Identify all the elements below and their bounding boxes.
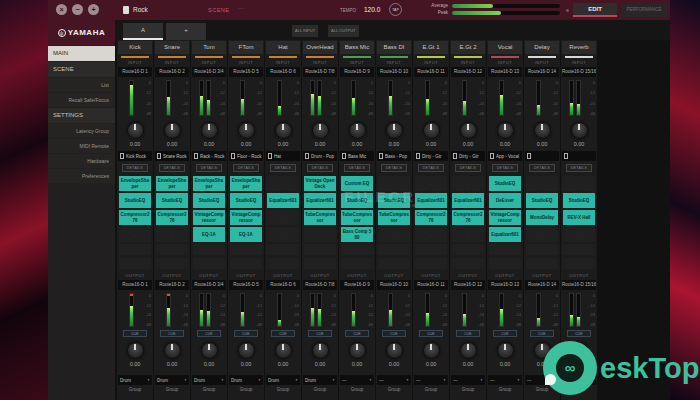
cue-button[interactable]: CUE [493, 330, 517, 337]
cue-button[interactable]: CUE [419, 330, 443, 337]
fx-slot-empty[interactable]: - [267, 210, 299, 225]
output-knob[interactable] [164, 342, 181, 359]
group-dropdown[interactable]: Drum▼ [229, 375, 263, 385]
details-button[interactable]: DETAILS [455, 164, 481, 172]
output-knob[interactable] [386, 342, 403, 359]
fx-slot-empty[interactable]: - [378, 227, 410, 242]
sidebar-item-latency-group[interactable]: Latency Group [48, 124, 115, 138]
fx-slot-vintagecompressor[interactable]: VintageCompressor [489, 210, 521, 225]
output-knob[interactable] [201, 342, 218, 359]
fx-slot-equalizer601[interactable]: Equalizer601 [267, 193, 299, 208]
fx-slot-tubecompressor[interactable]: TubeCompressor [378, 210, 410, 225]
sidebar-item-hardware[interactable]: Hardware [48, 154, 115, 168]
group-dropdown[interactable]: ---▼ [377, 375, 411, 385]
gain-knob[interactable] [164, 122, 181, 139]
preset-selector[interactable]: Drum - Pop [303, 151, 337, 161]
fx-slot-empty[interactable]: - [267, 244, 299, 255]
fx-slot-tubecompressor[interactable]: TubeCompressor [304, 210, 336, 225]
output-route[interactable]: Route16-D 6 [266, 280, 300, 290]
output-route[interactable]: Route16-D 1 [118, 280, 152, 290]
cue-button[interactable]: CUE [345, 330, 369, 337]
details-button[interactable]: DETAILS [344, 164, 370, 172]
preset-selector[interactable]: Kick Rock [118, 151, 152, 161]
fx-slot-envelopeshaper[interactable]: EnvelopeShaper [193, 176, 225, 191]
gain-knob[interactable] [386, 122, 403, 139]
channel-name[interactable]: E.Gt 1 [414, 41, 448, 54]
group-dropdown[interactable]: Drum▼ [155, 375, 189, 385]
fx-slot-empty[interactable]: - [267, 227, 299, 242]
preset-selector[interactable]: Dirty - Gtr [451, 151, 485, 161]
all-input-button[interactable]: ALL INPUT [292, 25, 318, 37]
output-route[interactable]: Route16-D 7/8 [303, 280, 337, 290]
window-minimize-button[interactable]: − [72, 4, 83, 15]
performance-tab[interactable]: PERFORMANCE [621, 3, 667, 17]
sidebar-item-main[interactable]: MAIN [48, 46, 115, 61]
input-route[interactable]: Route16-D 5 [229, 67, 263, 77]
details-button[interactable]: DETAILS [122, 164, 148, 172]
fx-slot-deesser[interactable]: DeEsser [489, 193, 521, 208]
edit-tab[interactable]: EDIT [573, 3, 617, 17]
gain-knob[interactable] [349, 122, 366, 139]
fx-slot-studioeq[interactable]: StudioEQ [563, 193, 595, 208]
sidebar-item-preferences[interactable]: Preferences [48, 169, 115, 183]
fx-slot-envelopeshaper[interactable]: EnvelopeShaper [156, 176, 188, 191]
input-route[interactable]: Route16-D 1 [118, 67, 152, 77]
output-knob[interactable] [460, 342, 477, 359]
group-dropdown[interactable]: ---▼ [340, 375, 374, 385]
fx-slot-empty[interactable]: - [415, 244, 447, 255]
fx-slot-empty[interactable]: - [452, 176, 484, 191]
fx-slot-empty[interactable]: - [378, 244, 410, 255]
fx-slot-studioeq[interactable]: StudioEQ [230, 193, 262, 208]
fx-slot-empty[interactable]: - [193, 258, 225, 269]
details-button[interactable]: DETAILS [529, 164, 555, 172]
fx-slot-empty[interactable]: - [156, 244, 188, 255]
output-knob[interactable] [127, 342, 144, 359]
fx-slot-empty[interactable]: - [526, 176, 558, 191]
fx-slot-envelopeshaper[interactable]: EnvelopeShaper [119, 176, 151, 191]
output-route[interactable]: Route16-D 10 [377, 280, 411, 290]
output-route[interactable]: Route16-D 9 [340, 280, 374, 290]
fx-slot-compressor276[interactable]: Compressor276 [156, 210, 188, 225]
output-route[interactable]: Route16-D 2 [155, 280, 189, 290]
fx-slot-studioeq[interactable]: StudioEQ [489, 176, 521, 191]
tap-button[interactable]: TAP [389, 3, 402, 16]
channel-name[interactable]: FTom [229, 41, 263, 54]
gain-knob[interactable] [312, 122, 329, 139]
cue-button[interactable]: CUE [271, 330, 295, 337]
group-dropdown[interactable]: Drum▼ [192, 375, 226, 385]
sidebar-item-settings[interactable]: SETTINGS [48, 108, 115, 123]
fx-slot-empty[interactable]: - [341, 258, 373, 269]
fx-slot-empty[interactable]: - [378, 258, 410, 269]
fx-slot-tubecompressor[interactable]: TubeCompressor [341, 210, 373, 225]
input-route[interactable]: Route16-D 15/16 [562, 67, 596, 77]
cue-button[interactable]: CUE [197, 330, 221, 337]
fx-slot-studioeq[interactable]: StudioEQ [526, 193, 558, 208]
channel-name[interactable]: OverHead [303, 41, 337, 54]
channel-name[interactable]: Kick [118, 41, 152, 54]
output-route[interactable]: Route16-D 14 [525, 280, 559, 290]
gain-knob[interactable] [423, 122, 440, 139]
fx-slot-rev-x-hall[interactable]: REV-X Hall [563, 210, 595, 225]
output-route[interactable]: Route16-D 3/4 [192, 280, 226, 290]
output-route[interactable]: Route16-D 12 [451, 280, 485, 290]
fx-slot-empty[interactable]: - [452, 258, 484, 269]
group-dropdown[interactable]: Drum▼ [303, 375, 337, 385]
output-route[interactable]: Route16-D 13 [488, 280, 522, 290]
input-route[interactable]: Route16-D 12 [451, 67, 485, 77]
group-dropdown[interactable]: ---▼ [414, 375, 448, 385]
gain-knob[interactable] [534, 122, 551, 139]
preset-selector[interactable]: Hat [266, 151, 300, 161]
channel-name[interactable]: Bass DI [377, 41, 411, 54]
output-knob[interactable] [312, 342, 329, 359]
details-button[interactable]: DETAILS [307, 164, 333, 172]
fx-slot-empty[interactable]: - [526, 258, 558, 269]
input-route[interactable]: Route16-D 13 [488, 67, 522, 77]
fx-slot-compressor276[interactable]: Compressor276 [452, 210, 484, 225]
fx-slot-empty[interactable]: - [489, 258, 521, 269]
sidebar-item-list[interactable]: List [48, 78, 115, 92]
scene-tab-a[interactable]: A [123, 23, 163, 40]
fx-slot-empty[interactable]: - [304, 258, 336, 269]
input-route[interactable]: Route16-D 7/8 [303, 67, 337, 77]
fx-slot-empty[interactable]: - [119, 258, 151, 269]
details-button[interactable]: DETAILS [566, 164, 592, 172]
